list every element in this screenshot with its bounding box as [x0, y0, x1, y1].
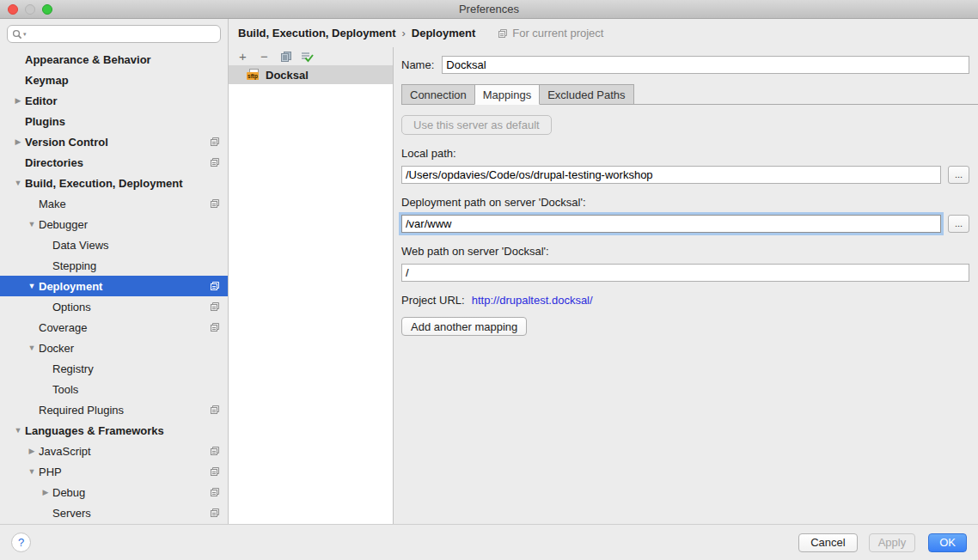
- sidebar-item-php[interactable]: ▼PHP: [0, 461, 228, 482]
- sidebar-item-data-views[interactable]: Data Views: [0, 234, 228, 255]
- local-path-label: Local path:: [401, 147, 969, 160]
- tab-excluded-paths[interactable]: Excluded Paths: [539, 84, 633, 104]
- sidebar-item-label: PHP: [39, 466, 62, 478]
- question-mark-icon: ?: [18, 536, 24, 549]
- mapping-fields: Local path:...Deployment path on server …: [401, 147, 969, 282]
- zoom-button[interactable]: [42, 4, 52, 15]
- web-path-input[interactable]: [401, 264, 969, 282]
- chevron-right-icon[interactable]: ▶: [39, 488, 52, 496]
- sidebar-item-label: Build, Execution, Deployment: [25, 177, 182, 190]
- chevron-down-icon[interactable]: ▼: [25, 467, 39, 476]
- close-button[interactable]: [8, 4, 18, 15]
- sidebar-item-coverage[interactable]: Coverage: [0, 317, 228, 338]
- sidebar-item-label: Plugins: [25, 115, 65, 128]
- sidebar-item-label: Required Plugins: [39, 404, 124, 417]
- remove-server-button[interactable]: −: [254, 48, 275, 65]
- sidebar-item-editor[interactable]: ▶Editor: [0, 90, 228, 111]
- preferences-window: Preferences ▾ Appearance & BehaviorKeyma…: [0, 0, 978, 560]
- dialog-footer: ? Cancel Apply OK: [0, 524, 978, 560]
- chevron-right-icon[interactable]: ▶: [11, 137, 25, 146]
- tab-mappings[interactable]: Mappings: [474, 84, 540, 105]
- breadcrumb-build-execution-deployment[interactable]: Build, Execution, Deployment: [238, 27, 395, 40]
- local-path-input[interactable]: [401, 166, 941, 184]
- sidebar-item-registry[interactable]: Registry: [0, 358, 228, 379]
- copy-icon: [280, 51, 292, 63]
- sidebar-item-label: Languages & Frameworks: [25, 424, 164, 437]
- sidebar-item-label: Keymap: [25, 74, 69, 87]
- sidebar-item-keymap[interactable]: Keymap: [0, 70, 228, 90]
- sidebar-item-label: Appearance & Behavior: [25, 53, 151, 66]
- chevron-down-icon[interactable]: ▼: [25, 344, 39, 352]
- sidebar-item-tools[interactable]: Tools: [0, 379, 228, 399]
- apply-button[interactable]: Apply: [869, 533, 916, 552]
- chevron-right-icon[interactable]: ▶: [25, 447, 39, 455]
- traffic-lights: [8, 4, 52, 15]
- cancel-button[interactable]: Cancel: [798, 533, 857, 552]
- sidebar-item-label: Editor: [25, 94, 58, 107]
- shared-icon: [210, 157, 220, 167]
- settings-search-box[interactable]: ▾: [7, 25, 221, 43]
- sidebar-item-directories[interactable]: Directories: [0, 152, 228, 173]
- tab-bar: ConnectionMappingsExcluded Paths: [401, 85, 978, 105]
- chevron-down-icon[interactable]: ▼: [11, 426, 25, 435]
- shared-icon: [210, 466, 220, 477]
- sidebar-item-servers[interactable]: Servers: [0, 502, 228, 523]
- name-label: Name:: [401, 58, 434, 71]
- sidebar-item-label: Debugger: [39, 218, 88, 231]
- shared-icon: [210, 137, 220, 147]
- sidebar-item-debugger[interactable]: ▼Debugger: [0, 214, 228, 234]
- chevron-right-icon[interactable]: ▶: [11, 96, 25, 105]
- sidebar-item-debug[interactable]: ▶Debug: [0, 482, 228, 502]
- sidebar-item-build-execution-deployment[interactable]: ▼Build, Execution, Deployment: [0, 173, 228, 193]
- sidebar-item-docker[interactable]: ▼Docker: [0, 338, 228, 358]
- title-bar: Preferences: [0, 0, 978, 19]
- sidebar-item-label: Servers: [52, 507, 91, 520]
- web-path-group: Web path on server 'Docksal':: [401, 245, 969, 282]
- copy-server-button[interactable]: [275, 48, 296, 65]
- add-another-mapping-button[interactable]: Add another mapping: [401, 317, 527, 336]
- deployment-path-browse-button[interactable]: ...: [948, 215, 969, 233]
- tab-connection[interactable]: Connection: [401, 84, 475, 104]
- sidebar-item-languages-frameworks[interactable]: ▼Languages & Frameworks: [0, 420, 228, 441]
- sidebar-item-label: Stepping: [52, 259, 96, 272]
- use-this-server-as-default-button[interactable]: Use this server as default: [401, 115, 552, 135]
- name-row: Name:: [401, 56, 969, 74]
- sidebar-item-make[interactable]: Make: [0, 193, 228, 214]
- sidebar-item-plugins[interactable]: Plugins: [0, 111, 228, 131]
- local-path-browse-button[interactable]: ...: [948, 166, 969, 184]
- chevron-down-icon[interactable]: ▼: [11, 179, 25, 187]
- ok-button[interactable]: OK: [928, 533, 967, 552]
- shared-icon: [210, 281, 220, 291]
- sidebar-item-javascript[interactable]: ▶JavaScript: [0, 441, 228, 461]
- server-name-input[interactable]: [442, 56, 969, 74]
- breadcrumb-deployment[interactable]: Deployment: [412, 27, 475, 40]
- sidebar-item-appearance-behavior[interactable]: Appearance & Behavior: [0, 49, 228, 70]
- sidebar-item-label: Make: [39, 198, 66, 210]
- project-url-label: Project URL:: [401, 294, 465, 307]
- sidebar-item-label: Tools: [52, 383, 78, 396]
- sidebar-item-deployment[interactable]: ▼Deployment: [0, 276, 228, 296]
- help-button[interactable]: ?: [11, 533, 31, 552]
- search-filter-caret-icon[interactable]: ▾: [23, 31, 27, 38]
- server-item-docksal[interactable]: sftpDocksal: [229, 65, 393, 84]
- search-icon[interactable]: [12, 29, 22, 40]
- deployment-path-input[interactable]: [401, 215, 941, 233]
- use-as-default-toolbar-button[interactable]: [296, 48, 318, 65]
- sidebar-item-label: Coverage: [39, 321, 87, 334]
- server-name-label: Docksal: [266, 69, 309, 82]
- sidebar-item-stepping[interactable]: Stepping: [0, 255, 228, 276]
- sidebar-item-label: Deployment: [39, 280, 102, 293]
- breadcrumb-separator: ›: [401, 27, 405, 40]
- chevron-down-icon[interactable]: ▼: [25, 220, 39, 228]
- content-header: Build, Execution, Deployment › Deploymen…: [229, 19, 978, 47]
- web-path-label: Web path on server 'Docksal':: [401, 245, 969, 258]
- sidebar-item-version-control[interactable]: ▶Version Control: [0, 131, 228, 152]
- settings-sidebar: ▾ Appearance & BehaviorKeymap▶EditorPlug…: [0, 19, 229, 524]
- search-input[interactable]: [28, 27, 216, 41]
- project-url-link[interactable]: http://drupaltest.docksal/: [472, 294, 593, 307]
- add-server-button[interactable]: +: [232, 48, 254, 65]
- chevron-down-icon[interactable]: ▼: [25, 282, 39, 290]
- sidebar-item-options[interactable]: Options: [0, 296, 228, 317]
- window-title: Preferences: [459, 3, 519, 15]
- sidebar-item-required-plugins[interactable]: Required Plugins: [0, 399, 228, 420]
